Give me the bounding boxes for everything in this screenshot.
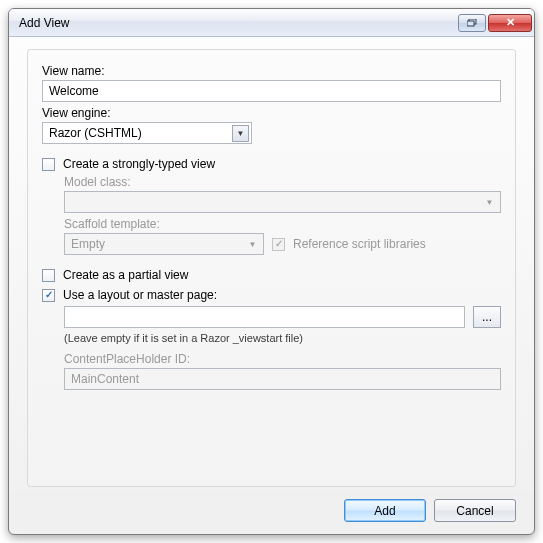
reference-scripts-checkbox [272, 238, 285, 251]
dialog-buttons: Add Cancel [9, 491, 534, 534]
partial-view-label: Create as a partial view [63, 268, 188, 282]
use-layout-checkbox[interactable] [42, 289, 55, 302]
use-layout-label: Use a layout or master page: [63, 288, 217, 302]
add-button[interactable]: Add [344, 499, 426, 522]
partial-view-row: Create as a partial view [42, 268, 501, 282]
window-buttons: ✕ [458, 14, 532, 32]
cph-id-input [64, 368, 501, 390]
layout-group: ... (Leave empty if it is set in a Razor… [64, 302, 501, 390]
layout-hint: (Leave empty if it is set in a Razor _vi… [64, 332, 501, 344]
view-name-label: View name: [42, 64, 501, 78]
scaffold-row: Empty ▼ Reference script libraries [64, 233, 501, 255]
form-panel: View name: View engine: Razor (CSHTML) ▼… [27, 49, 516, 487]
chevron-down-icon: ▼ [244, 236, 261, 253]
chevron-down-icon: ▼ [232, 125, 249, 142]
strongly-typed-label: Create a strongly-typed view [63, 157, 215, 171]
cph-id-label: ContentPlaceHolder ID: [64, 352, 501, 366]
scaffold-template-label: Scaffold template: [64, 217, 501, 231]
browse-layout-button[interactable]: ... [473, 306, 501, 328]
restore-button[interactable] [458, 14, 486, 32]
window-title: Add View [19, 16, 458, 30]
scaffold-template-value: Empty [71, 237, 105, 251]
titlebar: Add View ✕ [9, 9, 534, 37]
layout-path-row: ... [64, 306, 501, 328]
view-engine-label: View engine: [42, 106, 501, 120]
dialog-content: View name: View engine: Razor (CSHTML) ▼… [9, 37, 534, 491]
view-engine-select[interactable]: Razor (CSHTML) ▼ [42, 122, 252, 144]
chevron-down-icon: ▼ [481, 194, 498, 211]
scaffold-template-select: Empty ▼ [64, 233, 264, 255]
use-layout-row: Use a layout or master page: [42, 288, 501, 302]
reference-scripts-label: Reference script libraries [293, 237, 426, 251]
model-class-label: Model class: [64, 175, 501, 189]
svg-rect-1 [467, 21, 474, 26]
partial-view-checkbox[interactable] [42, 269, 55, 282]
close-button[interactable]: ✕ [488, 14, 532, 32]
view-name-input[interactable] [42, 80, 501, 102]
model-class-select: ▼ [64, 191, 501, 213]
strongly-typed-row: Create a strongly-typed view [42, 157, 501, 171]
view-engine-value: Razor (CSHTML) [49, 126, 142, 140]
cancel-button[interactable]: Cancel [434, 499, 516, 522]
layout-path-input[interactable] [64, 306, 465, 328]
strongly-typed-group: Model class: ▼ Scaffold template: Empty … [64, 171, 501, 255]
add-view-dialog: Add View ✕ View name: View engine: Razor… [8, 8, 535, 535]
strongly-typed-checkbox[interactable] [42, 158, 55, 171]
